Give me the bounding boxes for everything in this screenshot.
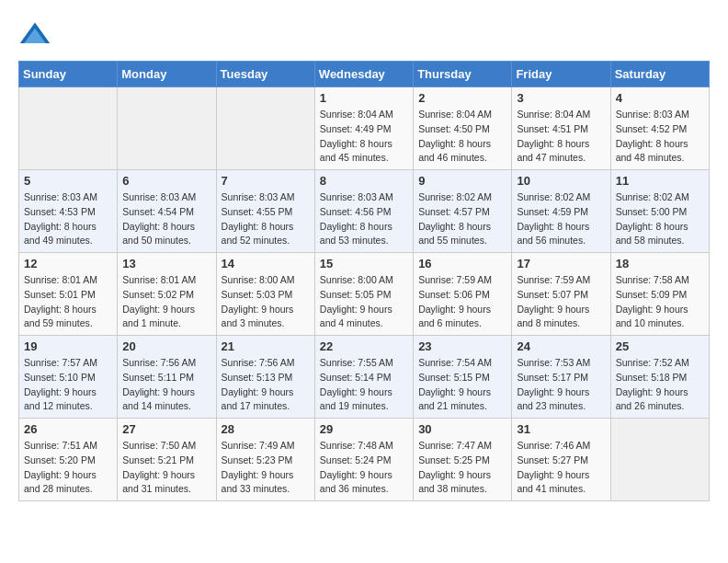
day-info: Sunrise: 8:02 AMSunset: 4:57 PMDaylight:…	[418, 190, 506, 248]
day-number: 5	[24, 174, 112, 188]
day-number: 10	[517, 174, 605, 188]
calendar-cell: 2Sunrise: 8:04 AMSunset: 4:50 PMDaylight…	[414, 87, 512, 170]
calendar-cell: 24Sunrise: 7:53 AMSunset: 5:17 PMDayligh…	[512, 336, 610, 419]
calendar-week-row: 19Sunrise: 7:57 AMSunset: 5:10 PMDayligh…	[19, 336, 710, 419]
weekday-header: Thursday	[414, 62, 512, 87]
calendar-week-row: 1Sunrise: 8:04 AMSunset: 4:49 PMDaylight…	[19, 87, 710, 170]
calendar-cell: 23Sunrise: 7:54 AMSunset: 5:15 PMDayligh…	[414, 336, 512, 419]
logo	[18, 18, 57, 52]
day-info: Sunrise: 8:03 AMSunset: 4:54 PMDaylight:…	[122, 190, 210, 248]
calendar-cell: 3Sunrise: 8:04 AMSunset: 4:51 PMDaylight…	[512, 87, 610, 170]
calendar-cell: 5Sunrise: 8:03 AMSunset: 4:53 PMDaylight…	[19, 170, 118, 253]
day-info: Sunrise: 7:50 AMSunset: 5:21 PMDaylight:…	[122, 439, 210, 497]
weekday-row: SundayMondayTuesdayWednesdayThursdayFrid…	[19, 62, 710, 87]
calendar-week-row: 12Sunrise: 8:01 AMSunset: 5:01 PMDayligh…	[19, 253, 710, 336]
day-number: 7	[222, 174, 310, 188]
day-info: Sunrise: 8:03 AMSunset: 4:55 PMDaylight:…	[222, 190, 310, 248]
day-info: Sunrise: 8:04 AMSunset: 4:51 PMDaylight:…	[517, 108, 605, 166]
weekday-header: Sunday	[19, 62, 118, 87]
day-number: 30	[418, 422, 506, 436]
day-info: Sunrise: 8:01 AMSunset: 5:01 PMDaylight:…	[24, 273, 112, 331]
calendar-cell: 30Sunrise: 7:47 AMSunset: 5:25 PMDayligh…	[414, 419, 512, 501]
calendar-cell: 10Sunrise: 8:02 AMSunset: 4:59 PMDayligh…	[512, 170, 610, 253]
day-number: 26	[24, 422, 112, 436]
calendar-cell: 20Sunrise: 7:56 AMSunset: 5:11 PMDayligh…	[118, 336, 216, 419]
calendar-cell: 26Sunrise: 7:51 AMSunset: 5:20 PMDayligh…	[19, 419, 118, 501]
calendar-cell: 27Sunrise: 7:50 AMSunset: 5:21 PMDayligh…	[118, 419, 216, 501]
page-header	[18, 18, 710, 52]
day-info: Sunrise: 8:03 AMSunset: 4:52 PMDaylight:…	[616, 108, 704, 166]
calendar-cell: 8Sunrise: 8:03 AMSunset: 4:56 PMDaylight…	[314, 170, 413, 253]
day-number: 24	[517, 339, 605, 353]
calendar-cell: 19Sunrise: 7:57 AMSunset: 5:10 PMDayligh…	[19, 336, 118, 419]
calendar-cell	[118, 87, 216, 170]
day-number: 1	[320, 91, 408, 105]
calendar-header: SundayMondayTuesdayWednesdayThursdayFrid…	[19, 62, 710, 87]
day-number: 13	[122, 257, 210, 270]
day-number: 8	[320, 174, 408, 188]
calendar-week-row: 26Sunrise: 7:51 AMSunset: 5:20 PMDayligh…	[19, 419, 710, 501]
calendar-cell	[216, 87, 314, 170]
calendar-cell: 11Sunrise: 8:02 AMSunset: 5:00 PMDayligh…	[610, 170, 709, 253]
day-info: Sunrise: 7:59 AMSunset: 5:07 PMDaylight:…	[517, 273, 605, 331]
calendar-body: 1Sunrise: 8:04 AMSunset: 4:49 PMDaylight…	[19, 87, 710, 501]
day-number: 21	[222, 339, 310, 353]
calendar-cell: 31Sunrise: 7:46 AMSunset: 5:27 PMDayligh…	[512, 419, 610, 501]
day-number: 25	[616, 339, 704, 353]
calendar-cell: 18Sunrise: 7:58 AMSunset: 5:09 PMDayligh…	[610, 253, 709, 336]
day-info: Sunrise: 7:56 AMSunset: 5:11 PMDaylight:…	[122, 356, 210, 414]
calendar-cell: 25Sunrise: 7:52 AMSunset: 5:18 PMDayligh…	[610, 336, 709, 419]
weekday-header: Tuesday	[216, 62, 314, 87]
weekday-header: Wednesday	[314, 62, 413, 87]
day-info: Sunrise: 8:00 AMSunset: 5:03 PMDaylight:…	[222, 273, 310, 331]
day-number: 14	[222, 257, 310, 270]
day-number: 17	[517, 257, 605, 270]
logo-icon	[18, 18, 51, 52]
day-number: 19	[24, 339, 112, 353]
calendar-cell: 1Sunrise: 8:04 AMSunset: 4:49 PMDaylight…	[314, 87, 413, 170]
day-info: Sunrise: 8:03 AMSunset: 4:56 PMDaylight:…	[320, 190, 408, 248]
calendar-cell: 21Sunrise: 7:56 AMSunset: 5:13 PMDayligh…	[216, 336, 314, 419]
calendar-cell	[19, 87, 118, 170]
calendar-cell: 7Sunrise: 8:03 AMSunset: 4:55 PMDaylight…	[216, 170, 314, 253]
day-info: Sunrise: 7:53 AMSunset: 5:17 PMDaylight:…	[517, 356, 605, 414]
day-info: Sunrise: 8:01 AMSunset: 5:02 PMDaylight:…	[122, 273, 210, 331]
calendar-week-row: 5Sunrise: 8:03 AMSunset: 4:53 PMDaylight…	[19, 170, 710, 253]
day-number: 9	[418, 174, 506, 188]
day-number: 28	[222, 422, 310, 436]
calendar-cell: 9Sunrise: 8:02 AMSunset: 4:57 PMDaylight…	[414, 170, 512, 253]
day-number: 27	[122, 422, 210, 436]
day-number: 22	[320, 339, 408, 353]
day-number: 4	[616, 91, 704, 105]
day-info: Sunrise: 8:04 AMSunset: 4:49 PMDaylight:…	[320, 108, 408, 166]
day-info: Sunrise: 7:55 AMSunset: 5:14 PMDaylight:…	[320, 356, 408, 414]
day-number: 2	[418, 91, 506, 105]
day-number: 12	[24, 257, 112, 270]
day-info: Sunrise: 7:58 AMSunset: 5:09 PMDaylight:…	[616, 273, 704, 331]
weekday-header: Saturday	[610, 62, 709, 87]
day-number: 16	[418, 257, 506, 270]
day-info: Sunrise: 7:49 AMSunset: 5:23 PMDaylight:…	[222, 439, 310, 497]
day-info: Sunrise: 7:48 AMSunset: 5:24 PMDaylight:…	[320, 439, 408, 497]
day-number: 11	[616, 174, 704, 188]
calendar-cell: 14Sunrise: 8:00 AMSunset: 5:03 PMDayligh…	[216, 253, 314, 336]
day-info: Sunrise: 8:02 AMSunset: 4:59 PMDaylight:…	[517, 190, 605, 248]
day-number: 23	[418, 339, 506, 353]
calendar-cell: 28Sunrise: 7:49 AMSunset: 5:23 PMDayligh…	[216, 419, 314, 501]
calendar-cell: 12Sunrise: 8:01 AMSunset: 5:01 PMDayligh…	[19, 253, 118, 336]
day-info: Sunrise: 7:51 AMSunset: 5:20 PMDaylight:…	[24, 439, 112, 497]
day-info: Sunrise: 7:56 AMSunset: 5:13 PMDaylight:…	[222, 356, 310, 414]
day-number: 29	[320, 422, 408, 436]
calendar-cell: 16Sunrise: 7:59 AMSunset: 5:06 PMDayligh…	[414, 253, 512, 336]
calendar-cell: 13Sunrise: 8:01 AMSunset: 5:02 PMDayligh…	[118, 253, 216, 336]
day-number: 6	[122, 174, 210, 188]
day-number: 3	[517, 91, 605, 105]
calendar-cell: 22Sunrise: 7:55 AMSunset: 5:14 PMDayligh…	[314, 336, 413, 419]
day-info: Sunrise: 7:47 AMSunset: 5:25 PMDaylight:…	[418, 439, 506, 497]
day-info: Sunrise: 7:57 AMSunset: 5:10 PMDaylight:…	[24, 356, 112, 414]
day-number: 18	[616, 257, 704, 270]
calendar-cell: 4Sunrise: 8:03 AMSunset: 4:52 PMDaylight…	[610, 87, 709, 170]
weekday-header: Friday	[512, 62, 610, 87]
day-info: Sunrise: 7:54 AMSunset: 5:15 PMDaylight:…	[418, 356, 506, 414]
day-info: Sunrise: 7:52 AMSunset: 5:18 PMDaylight:…	[616, 356, 704, 414]
